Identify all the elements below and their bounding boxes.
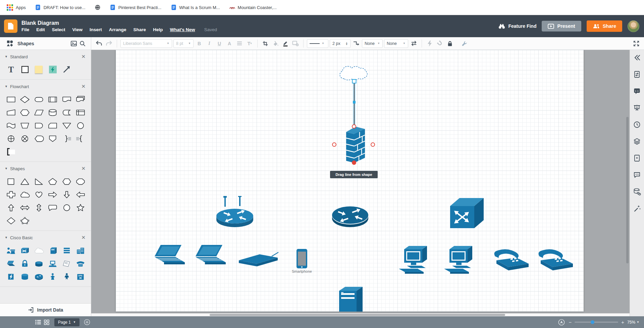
shape-building[interactable] [74,244,88,257]
shape-standing-man[interactable] [60,270,74,283]
shape-off-page[interactable] [46,132,60,145]
shape-brace-left[interactable] [74,132,88,145]
page-settings-icon[interactable] [632,69,642,79]
shape-cross[interactable] [4,188,18,201]
smartphone-shape[interactable] [296,249,308,269]
connection-point-left[interactable] [332,142,336,147]
shape-arrow-left-right[interactable] [18,201,32,214]
shape-card[interactable] [46,119,60,132]
shape-server-power[interactable] [4,270,18,283]
plugin-wrench-icon[interactable] [460,39,469,48]
styles-icon[interactable] [632,153,642,163]
add-page-icon[interactable] [83,318,92,327]
close-icon[interactable]: ✕ [80,54,86,60]
ip-phone-shape[interactable] [537,248,576,272]
line-endpoint-handle[interactable] [353,79,356,83]
lucidchart-logo[interactable] [4,19,17,33]
layers-icon[interactable] [632,136,642,146]
connector-type-icon[interactable] [352,39,361,48]
text-align-icon[interactable] [235,39,244,48]
shape-database[interactable] [46,106,60,119]
underline-button[interactable]: U [215,41,224,46]
vertical-scrollbar[interactable] [626,117,629,263]
shape-process[interactable] [4,93,18,106]
laptop-shape[interactable] [193,244,229,266]
shape-circle[interactable] [60,201,74,214]
shape-summing-junction[interactable] [18,132,32,145]
zoom-level[interactable]: 75%▼ [627,320,639,325]
redo-icon[interactable] [105,39,113,48]
shape-ups[interactable]: UPS [74,270,88,283]
shape-star[interactable] [74,201,88,214]
notes-icon[interactable] [632,86,642,96]
zoom-slider-thumb[interactable] [591,320,594,324]
shape-right-triangle[interactable] [32,175,46,188]
swap-endpoints-icon[interactable] [410,39,418,48]
feature-find-button[interactable]: Feature Find [498,23,536,29]
collapse-triangle-icon[interactable]: ▼ [5,85,8,88]
text-options-icon[interactable]: T▾ [245,39,254,48]
line-color-icon[interactable] [281,39,290,48]
close-icon[interactable]: ✕ [80,166,86,172]
desktop-pc-shape[interactable] [397,246,434,275]
router-shape[interactable] [331,204,370,228]
shape-brace-right[interactable] [60,132,74,145]
connection-point-top[interactable] [352,124,356,129]
page-grid-icon[interactable] [42,318,51,327]
shape-laptop[interactable] [4,257,18,270]
comments-icon[interactable] [632,170,642,180]
connector-line[interactable] [351,79,358,129]
line-midpoint-handle[interactable] [353,101,356,104]
shape-router-disc[interactable] [32,270,46,283]
canvas[interactable]: Drag line from shape [91,50,630,316]
shape-hotspot[interactable] [46,63,60,76]
shape-merge[interactable] [60,119,74,132]
diagram-page[interactable]: Drag line from shape [116,50,584,312]
ip-phone-shape[interactable] [493,248,531,272]
bookmark-what-is-a-scrum-m[interactable]: What Is a Scrum M... [171,5,220,10]
shape-or[interactable] [4,132,18,145]
desktop-pc-shape[interactable] [442,246,480,275]
fullscreen-icon[interactable] [632,39,641,48]
menu-select[interactable]: Select [52,27,65,32]
laptop-shape[interactable] [152,244,188,266]
shape-decision[interactable] [18,93,32,106]
data-linking-icon[interactable] [632,187,642,197]
page-title[interactable]: Blank Diagram [21,20,217,26]
presentation-icon[interactable] [632,103,642,113]
avatar[interactable] [628,20,639,32]
shape-server[interactable] [46,244,60,257]
quick-actions-icon[interactable] [425,39,434,48]
shape-router-stack[interactable] [60,244,74,257]
image-icon[interactable] [69,39,78,48]
magnetize-icon[interactable] [435,39,444,48]
shape-square[interactable] [4,175,18,188]
line-start-select[interactable]: None▼ [362,39,383,48]
shape-arrow-left[interactable] [74,188,88,201]
page-selector[interactable]: Page 1▼ [54,318,79,326]
shape-rectangle[interactable] [18,63,32,76]
shape-callout[interactable] [46,201,60,214]
close-icon[interactable]: ✕ [80,235,86,241]
zoom-slider[interactable] [575,322,618,323]
shape-pda[interactable] [60,257,74,270]
horizontal-scrollbar-track[interactable] [91,313,630,316]
lock-icon[interactable] [445,39,454,48]
cloud-shape[interactable] [335,59,373,81]
menu-what-s-new[interactable]: What's New [170,27,195,32]
shape-bracket[interactable] [4,145,18,158]
menu-arrange[interactable]: Arrange [109,27,126,32]
collapse-triangle-icon[interactable]: ▼ [5,167,8,170]
shape-ip-phone[interactable] [74,257,88,270]
line-width-stepper[interactable]: 2 px ▲▼ [330,39,351,48]
menu-insert[interactable]: Insert [90,27,102,32]
shape-sticky-note[interactable] [32,63,46,76]
shape-hub[interactable] [32,257,46,270]
menu-file[interactable]: File [21,27,29,32]
menu-share[interactable]: Share [133,27,146,32]
apps-shortcut[interactable]: Apps [7,4,26,11]
menu-edit[interactable]: Edit [36,27,45,32]
shape-standing-woman[interactable] [46,270,60,283]
menu-view[interactable]: View [72,27,83,32]
shape-predefined-process[interactable] [46,93,60,106]
